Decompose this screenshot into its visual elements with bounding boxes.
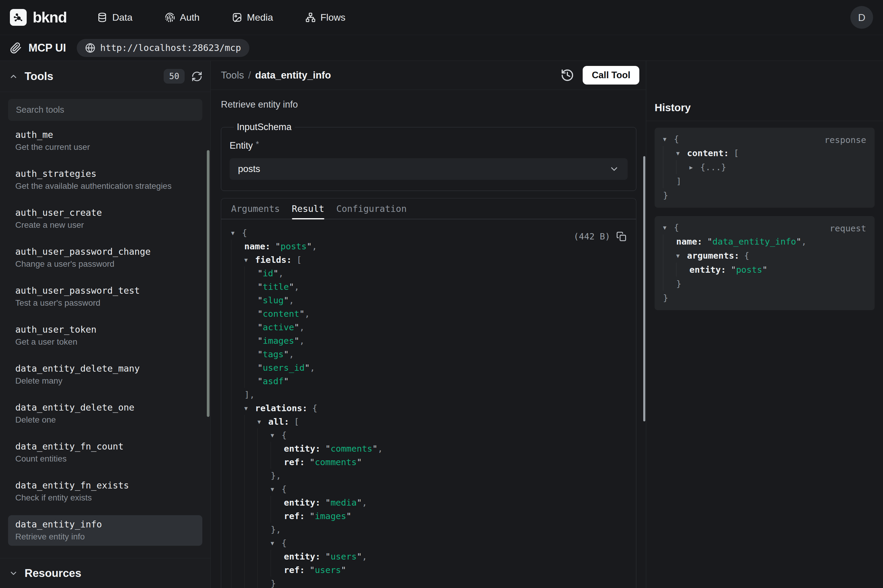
tool-description: Get a user token — [15, 337, 195, 347]
code-line: ▼content:[ — [663, 146, 866, 160]
tool-list-item[interactable]: auth_strategiesGet the available authent… — [8, 165, 202, 195]
tool-description: Count entities — [15, 454, 195, 464]
code-line: "active", — [231, 320, 625, 334]
globe-icon — [85, 43, 95, 53]
history-title: History — [655, 102, 875, 114]
collapse-arrow-icon[interactable]: ▼ — [231, 230, 242, 236]
collapse-arrow-icon[interactable]: ▼ — [271, 486, 282, 492]
code-line: "id", — [231, 266, 625, 280]
collapse-arrow-icon[interactable]: ▼ — [663, 136, 674, 142]
search-box — [8, 99, 202, 121]
tool-name: data_entity_fn_exists — [15, 480, 195, 490]
collapse-arrow-icon[interactable]: ▼ — [244, 405, 255, 411]
tool-description: Create a new user — [15, 220, 195, 230]
collapse-arrow-icon[interactable]: ▼ — [271, 432, 282, 438]
tool-list-item[interactable]: data_entity_delete_oneDelete one — [8, 398, 202, 429]
tool-name: auth_user_password_change — [15, 247, 195, 257]
code-line: } — [663, 277, 866, 291]
history-panel: History response▼{▼content:[▶{...}]}requ… — [646, 61, 883, 588]
call-tool-button[interactable]: Call Tool — [583, 66, 639, 84]
code-line: ref:"users" — [231, 563, 625, 577]
code-line: name:"posts", — [231, 240, 625, 253]
collapse-arrow-icon[interactable]: ▼ — [676, 150, 687, 156]
history-card-response[interactable]: response▼{▼content:[▶{...}]} — [655, 128, 875, 208]
tools-section-header[interactable]: Tools 50 — [0, 61, 210, 92]
mcp-bar: MCP UI http://localhost:28623/mcp — [0, 35, 883, 61]
header-actions: Call Tool — [561, 66, 639, 84]
main-body: Retrieve entity info InputSchema Entity*… — [211, 90, 646, 588]
tool-list-item[interactable]: auth_user_password_changeChange a user's… — [8, 243, 202, 273]
refresh-icon[interactable] — [191, 71, 202, 82]
tool-list-item[interactable]: auth_user_password_testTest a user's pas… — [8, 281, 202, 312]
nav-item-data[interactable]: Data — [97, 12, 132, 23]
breadcrumb-section[interactable]: Tools — [221, 69, 244, 81]
entity-select[interactable]: posts — [229, 158, 628, 180]
main-scrollbar[interactable] — [643, 156, 645, 422]
collapse-arrow-icon[interactable]: ▼ — [676, 252, 687, 259]
entity-select-value: posts — [238, 164, 260, 174]
collapse-arrow-icon[interactable]: ▼ — [271, 540, 282, 546]
code-line: ▼all:[ — [231, 415, 625, 428]
tool-name: data_entity_delete_many — [15, 363, 195, 374]
database-icon — [97, 12, 107, 22]
brand-name: bknd — [33, 9, 66, 26]
tool-name: auth_me — [15, 130, 195, 140]
search-input[interactable] — [16, 105, 195, 115]
tool-description: Delete one — [15, 415, 195, 424]
nav-item-label: Flows — [321, 12, 346, 23]
collapse-arrow-icon[interactable]: ▶ — [690, 164, 700, 171]
nav-item-auth[interactable]: Auth — [165, 12, 199, 23]
tab-configuration[interactable]: Configuration — [336, 198, 407, 219]
copy-icon[interactable] — [616, 231, 627, 242]
tab-arguments[interactable]: Arguments — [231, 198, 280, 219]
tool-list-item[interactable]: auth_user_createCreate a new user — [8, 204, 202, 234]
code-line: "tags", — [231, 347, 625, 361]
code-line: ▼relations:{ — [231, 401, 625, 415]
image-icon — [232, 12, 242, 22]
tool-list: auth_meGet the current userauth_strategi… — [0, 121, 210, 558]
mcp-url-chip[interactable]: http://localhost:28623/mcp — [77, 39, 249, 57]
chevron-up-icon — [9, 72, 18, 81]
collapse-arrow-icon[interactable]: ▼ — [258, 418, 268, 425]
tool-description: Check if entity exists — [15, 493, 195, 502]
code-line: entity:"media", — [231, 496, 625, 509]
result-size: (442 B) — [574, 231, 610, 242]
code-line: ▼fields:[ — [231, 253, 625, 266]
nav-item-media[interactable]: Media — [232, 12, 273, 23]
tool-name: auth_strategies — [15, 169, 195, 179]
code-line: "title", — [231, 280, 625, 293]
tool-list-item[interactable]: data_entity_fn_existsCheck if entity exi… — [8, 476, 202, 507]
tool-list-item[interactable]: data_entity_fn_countCount entities — [8, 437, 202, 468]
main-panel: Tools / data_entity_info Call Tool Retri… — [211, 61, 646, 588]
tool-list-item[interactable]: auth_user_tokenGet a user token — [8, 320, 202, 351]
code-line: ], — [231, 388, 625, 401]
code-line: } — [663, 188, 866, 202]
tools-count-badge: 50 — [163, 69, 184, 84]
history-header: History — [646, 61, 883, 121]
tool-list-item[interactable]: data_entity_delete_manyDelete many — [8, 359, 202, 390]
tab-result[interactable]: Result — [292, 198, 324, 219]
breadcrumb-separator: / — [248, 69, 251, 81]
resources-section-header[interactable]: Resources — [0, 558, 210, 588]
sidebar-scrollbar[interactable] — [207, 150, 210, 417]
chevron-down-icon — [609, 164, 619, 174]
resources-title: Resources — [25, 567, 81, 580]
code-line: ▶{...} — [663, 160, 866, 174]
history-card-request[interactable]: request▼{name:"data_entity_info",▼argume… — [655, 216, 875, 310]
mcp-title: MCP UI — [28, 42, 66, 54]
collapse-arrow-icon[interactable]: ▼ — [244, 256, 255, 263]
code-line: ▼{ — [231, 536, 625, 550]
code-line: }, — [231, 469, 625, 482]
tool-list-item[interactable]: auth_meGet the current user — [8, 126, 202, 156]
user-avatar[interactable]: D — [850, 6, 873, 29]
history-icon[interactable] — [561, 68, 574, 82]
history-card-tag: request — [830, 223, 866, 234]
brand-logo-group[interactable]: bknd — [10, 9, 66, 26]
tool-list-item[interactable]: data_entity_infoRetrieve entity info — [8, 515, 202, 546]
code-line: entity:"users", — [231, 550, 625, 563]
collapse-arrow-icon[interactable]: ▼ — [663, 224, 674, 231]
tool-description: Retrieve entity info — [15, 532, 195, 542]
input-schema-fieldset: InputSchema Entity* posts — [221, 122, 636, 191]
nav-item-label: Data — [112, 12, 132, 23]
nav-item-flows[interactable]: Flows — [306, 12, 346, 23]
